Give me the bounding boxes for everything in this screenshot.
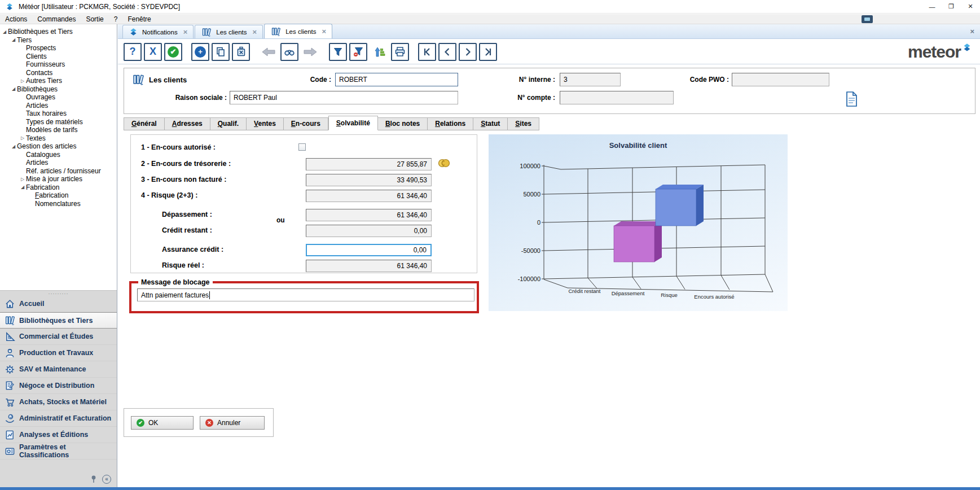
expand-icon[interactable]: ◢ (19, 185, 26, 190)
close-tab-icon[interactable]: × (322, 27, 327, 36)
sidebar-item-parametres-et-classifications[interactable]: Paramètres et Classifications (0, 443, 117, 460)
menu-actions[interactable]: Actions (0, 15, 32, 24)
navigate-next-button[interactable] (301, 43, 320, 61)
tab-bloc-notes[interactable]: Bloc notes (378, 117, 428, 130)
minimize-button[interactable]: — (922, 0, 942, 13)
risque-input[interactable] (306, 190, 432, 202)
numero-compte-input[interactable] (560, 91, 674, 104)
copy-record-button[interactable] (212, 43, 230, 61)
tab-statut[interactable]: Statut (473, 117, 508, 130)
tab-les-clients-1[interactable]: Les clients × (195, 25, 263, 38)
tree-item[interactable]: ◢Bibliothèques et Tiers (0, 28, 117, 36)
tree-item[interactable]: Articles (0, 102, 117, 110)
sidebar-item-production-et-travaux[interactable]: Production et Travaux (0, 345, 117, 361)
expand-icon[interactable]: ▷ (19, 135, 26, 141)
tree-item[interactable]: Clients (0, 53, 117, 61)
tab-sites[interactable]: Sites (508, 117, 539, 130)
sidebar-item-accueil[interactable]: Accueil (0, 296, 117, 312)
menu-sortie[interactable]: Sortie (81, 15, 108, 24)
credit-restant-input[interactable] (306, 225, 432, 237)
last-record-button[interactable] (479, 43, 497, 61)
tree-item-fabrication[interactable]: Fabrication (0, 191, 117, 200)
tab-les-clients-2[interactable]: Les clients × (264, 24, 332, 38)
encours-autorise-checkbox[interactable] (298, 143, 306, 151)
risque-reel-input[interactable] (306, 260, 432, 272)
tab-en-cours[interactable]: En-cours (284, 117, 328, 130)
expand-icon[interactable]: ◢ (10, 86, 17, 91)
delete-record-button[interactable] (232, 43, 250, 61)
encours-non-facture-input[interactable] (306, 174, 432, 186)
cancel-button[interactable]: ✕ Annuler (200, 416, 265, 430)
first-record-button[interactable] (418, 43, 436, 61)
cancel-button[interactable]: X (144, 43, 162, 61)
sidebar-splitter[interactable]: ········· (0, 291, 117, 296)
coins-icon[interactable] (437, 158, 451, 169)
filter-button[interactable] (329, 43, 347, 61)
sidebar-item-sav-et-maintenance[interactable]: SAV et Maintenance (0, 361, 117, 378)
close-tab-icon[interactable]: × (253, 28, 257, 36)
expand-icon[interactable]: ◢ (10, 144, 17, 149)
print-button[interactable] (391, 43, 409, 61)
depassement-input[interactable] (306, 209, 432, 221)
tree-item[interactable]: ▷Textes (0, 134, 117, 143)
expand-icon[interactable]: ◢ (10, 37, 17, 42)
menu-commandes[interactable]: Commandes (32, 15, 81, 24)
validate-button[interactable]: ✔ (164, 43, 182, 61)
document-icon[interactable] (845, 91, 859, 107)
tree-item[interactable]: Prospects (0, 44, 117, 53)
pin-icon[interactable] (90, 475, 98, 484)
expand-icon[interactable]: ▷ (19, 78, 26, 84)
tree-item[interactable]: ▷Autres Tiers (0, 77, 117, 85)
tree-item[interactable]: Nomenclatures (0, 200, 117, 208)
menu-fenetre[interactable]: Fenêtre (122, 15, 156, 24)
sidebar-item-achats-stocks-materiel[interactable]: Achats, Stocks et Matériel (0, 394, 117, 410)
previous-record-button[interactable] (438, 43, 456, 61)
sort-button[interactable] (370, 43, 389, 61)
search-button[interactable] (280, 43, 298, 61)
tree-item[interactable]: Fournisseurs (0, 60, 117, 69)
tree-item[interactable]: ◢Tiers (0, 36, 117, 45)
tab-relations[interactable]: Relations (428, 117, 473, 130)
code-input[interactable] (335, 73, 458, 86)
tree-item[interactable]: Catalogues (0, 151, 117, 159)
tree-item[interactable]: Articles (0, 159, 117, 167)
tree-item[interactable]: ▷Mise à jour articles (0, 175, 117, 183)
code-pwo-input[interactable] (732, 73, 829, 86)
tree-item[interactable]: Taux horaires (0, 110, 117, 118)
expand-icon[interactable]: ▷ (19, 177, 26, 182)
tab-notifications[interactable]: Notifications × (122, 25, 194, 38)
encours-tresorerie-input[interactable] (306, 158, 432, 170)
tree-item[interactable]: Contacts (0, 69, 117, 77)
collapse-sidebar-button[interactable]: « (102, 475, 111, 484)
tab-ventes[interactable]: Ventes (247, 117, 284, 130)
sidebar-item-negoce-et-distribution[interactable]: Négoce et Distribution (0, 378, 117, 394)
tree-item[interactable]: Modèles de tarifs (0, 126, 117, 134)
filter-remove-button[interactable] (349, 43, 367, 61)
tree-item[interactable]: Réf. articles / fournisseur (0, 167, 117, 176)
next-record-button[interactable] (459, 43, 477, 61)
menu-help[interactable]: ? (109, 15, 123, 24)
help-button[interactable]: ? (124, 43, 142, 61)
sidebar-item-analyses-et-editions[interactable]: Analyses et Éditions (0, 427, 117, 443)
tree-item[interactable]: Types de matériels (0, 118, 117, 126)
tree-item[interactable]: Ouvrages (0, 93, 117, 102)
blocking-message-input[interactable]: Attn paiement factures (137, 288, 474, 301)
tree-item[interactable]: ◢Fabrication (0, 183, 117, 192)
tab-adresses[interactable]: Adresses (165, 117, 210, 130)
maximize-button[interactable]: ❐ (942, 0, 961, 13)
assurance-credit-input[interactable] (306, 244, 432, 256)
navigate-previous-button[interactable] (259, 43, 278, 61)
tree-item[interactable]: ◢Gestion des articles (0, 142, 117, 151)
add-record-button[interactable]: + (191, 43, 209, 61)
numero-interne-input[interactable] (560, 73, 621, 86)
close-tab-icon[interactable]: × (183, 28, 188, 36)
sidebar-item-commercial-et-etudes[interactable]: Commercial et Études (0, 329, 117, 345)
expand-icon[interactable]: ◢ (1, 29, 8, 34)
tab-qualif[interactable]: Qualif. (210, 117, 247, 130)
close-button[interactable]: ✕ (961, 0, 980, 13)
sidebar-item-administratif-et-facturation[interactable]: Administratif et Facturation (0, 410, 117, 427)
raison-sociale-input[interactable] (230, 91, 458, 104)
tab-solvabilite[interactable]: Solvabilité (328, 116, 378, 130)
ok-button[interactable]: ✔ OK (131, 416, 194, 430)
sidebar-item-bibliotheques-et-tiers[interactable]: Bibliothèques et Tiers (0, 312, 117, 329)
